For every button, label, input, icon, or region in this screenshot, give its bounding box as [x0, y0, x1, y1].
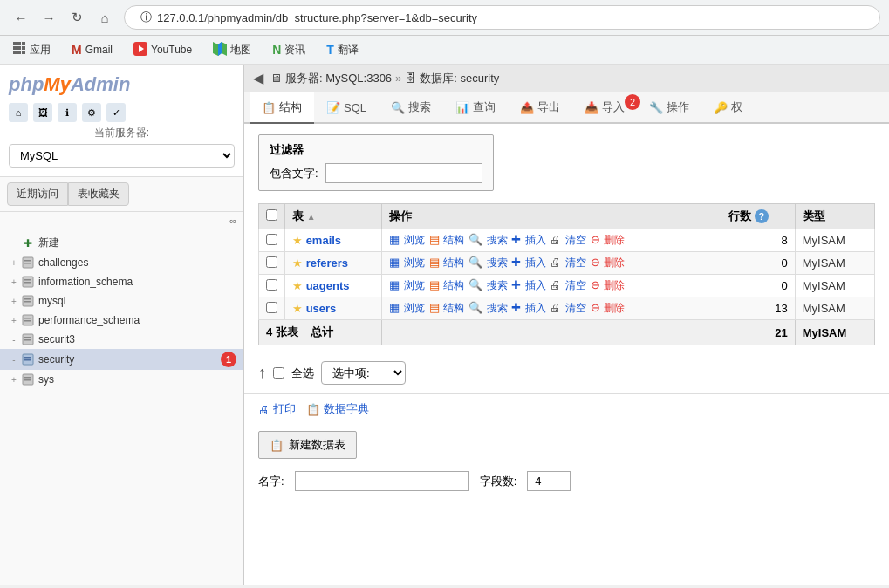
bookmark-translate[interactable]: T 翻译	[323, 41, 362, 59]
delete-link-uagents[interactable]: 删除	[604, 279, 625, 291]
new-table-button[interactable]: 📋 新建数据表	[258, 431, 357, 459]
row-checkbox-uagents[interactable]	[266, 279, 277, 291]
tab-structure[interactable]: 📋 结构	[250, 92, 314, 124]
breadcrumb-server[interactable]: 🖥 服务器: MySQL:3306	[270, 71, 392, 86]
row-checkbox-referers[interactable]	[266, 256, 277, 268]
empty-link-users[interactable]: 清空	[565, 302, 586, 314]
tab-import[interactable]: 📥 导入 2	[572, 92, 637, 124]
favorites-btn[interactable]: 表收藏夹	[68, 182, 129, 206]
browse-icon-emails: ▦	[389, 233, 400, 246]
reload-button[interactable]: ↻	[65, 5, 89, 30]
empty-link-uagents[interactable]: 清空	[565, 279, 586, 291]
bookmark-apps[interactable]: ​ 应用	[9, 39, 54, 60]
empty-link-emails[interactable]: 清空	[565, 234, 586, 246]
table-name-input[interactable]	[295, 471, 469, 491]
tree-item-sys[interactable]: + sys	[0, 370, 243, 389]
svg-rect-2	[22, 42, 25, 45]
empty-link-referers[interactable]: 清空	[565, 256, 586, 269]
struct-link-uagents[interactable]: 结构	[443, 279, 464, 291]
bookmark-gmail[interactable]: M Gmail	[68, 41, 116, 58]
browse-link-uagents[interactable]: 浏览	[404, 279, 425, 291]
pma-exit-icon[interactable]: ✓	[106, 103, 126, 122]
tree-item-information-schema[interactable]: + information_schema	[0, 272, 243, 291]
delete-icon-uagents: ⊖	[591, 278, 600, 291]
delete-link-users[interactable]: 删除	[604, 302, 625, 314]
filter-input[interactable]	[325, 163, 482, 183]
select-action-dropdown[interactable]: 选中项: 浏览 结构 搜索 删除	[321, 361, 406, 385]
table-link-uagents[interactable]: uagents	[306, 279, 350, 292]
search-link-users[interactable]: 搜索	[487, 302, 508, 314]
search-tab-label: 搜索	[408, 99, 431, 115]
svg-rect-15	[24, 263, 31, 264]
insert-icon-uagents: ✚	[511, 278, 521, 291]
search-link-emails[interactable]: 搜索	[487, 234, 508, 246]
fields-count-input[interactable]	[527, 471, 571, 491]
challenges-db-icon	[21, 256, 35, 270]
row-checkbox-emails[interactable]	[266, 234, 277, 245]
bookmark-news[interactable]: N 资讯	[269, 41, 309, 59]
struct-icon-users: ▤	[429, 301, 440, 314]
back-button[interactable]: ←	[9, 5, 33, 30]
print-btn[interactable]: 🖨 打印	[258, 401, 296, 417]
collapse-button[interactable]: ◀	[253, 70, 263, 86]
bookmark-maps[interactable]: 地图	[209, 40, 255, 60]
pma-home-icon[interactable]: ⌂	[9, 103, 28, 122]
table-link-users[interactable]: users	[306, 302, 337, 315]
empty-icon-uagents: 🖨	[550, 278, 561, 291]
struct-link-users[interactable]: 结构	[443, 302, 464, 314]
delete-icon-referers: ⊖	[591, 256, 600, 269]
tree-new-item[interactable]: ✚ 新建	[0, 233, 243, 253]
address-bar[interactable]: ⓘ 127.0.0.1/phpmyadmin/db_structure.php?…	[124, 5, 880, 30]
tree-item-security[interactable]: - security 1	[0, 349, 243, 370]
table-link-referers[interactable]: referers	[306, 256, 348, 270]
export-tab-label: 导出	[537, 99, 560, 115]
home-button[interactable]: ⌂	[92, 5, 117, 30]
insert-link-referers[interactable]: 插入	[525, 256, 546, 269]
row-checkbox-users[interactable]	[266, 302, 277, 313]
recent-visits-btn[interactable]: 近期访问	[7, 182, 68, 206]
star-icon-uagents[interactable]: ★	[292, 279, 303, 292]
tab-sql[interactable]: 📝 SQL	[314, 94, 379, 123]
tree-item-mysql[interactable]: + mysql	[0, 291, 243, 311]
browse-link-emails[interactable]: 浏览	[404, 234, 425, 246]
search-link-uagents[interactable]: 搜索	[487, 279, 508, 291]
svg-rect-0	[13, 42, 17, 45]
tab-export[interactable]: 📤 导出	[508, 92, 572, 124]
star-icon-emails[interactable]: ★	[292, 234, 303, 247]
security-db-icon	[21, 352, 35, 366]
help-icon[interactable]: ?	[755, 209, 769, 223]
tab-query[interactable]: 📊 查询	[443, 92, 508, 124]
struct-link-emails[interactable]: 结构	[443, 234, 464, 246]
tree-item-challenges[interactable]: + challenges	[0, 253, 243, 272]
insert-link-users[interactable]: 插入	[525, 302, 546, 314]
tab-privileges[interactable]: 🔑 权	[701, 92, 755, 124]
header-checkbox-input[interactable]	[266, 209, 277, 221]
breadcrumb-db[interactable]: 🗄 数据库: security	[405, 71, 499, 86]
tab-operations[interactable]: 🔧 操作	[637, 92, 701, 124]
browse-link-users[interactable]: 浏览	[404, 302, 425, 314]
pma-info-icon[interactable]: ℹ	[58, 103, 77, 122]
delete-link-referers[interactable]: 删除	[604, 256, 625, 269]
star-icon-users[interactable]: ★	[292, 302, 303, 315]
bookmark-youtube[interactable]: YouTube	[130, 40, 195, 60]
sort-icon: ▲	[307, 212, 316, 222]
check-all-checkbox[interactable]	[273, 367, 284, 379]
struct-link-referers[interactable]: 结构	[443, 256, 464, 269]
insert-link-uagents[interactable]: 插入	[525, 279, 546, 291]
server-select[interactable]: MySQL	[9, 144, 235, 168]
tree-item-securit3[interactable]: - securit3	[0, 330, 243, 349]
pma-settings-icon[interactable]: ⚙	[82, 103, 101, 122]
pma-db-icon[interactable]: 🖼	[33, 103, 52, 122]
table-link-emails[interactable]: emails	[306, 234, 341, 247]
link-icon[interactable]: ∞	[0, 212, 243, 229]
search-link-referers[interactable]: 搜索	[487, 256, 508, 269]
star-icon-referers[interactable]: ★	[292, 256, 303, 270]
delete-link-emails[interactable]: 删除	[604, 234, 625, 246]
insert-link-emails[interactable]: 插入	[525, 234, 546, 246]
data-dict-btn[interactable]: 📋 数据字典	[306, 401, 369, 417]
tab-search[interactable]: 🔍 搜索	[379, 92, 443, 124]
forward-button[interactable]: →	[37, 5, 61, 30]
performance-schema-label: performance_schema	[38, 314, 236, 326]
browse-link-referers[interactable]: 浏览	[404, 256, 425, 269]
tree-item-performance-schema[interactable]: + performance_schema	[0, 311, 243, 330]
